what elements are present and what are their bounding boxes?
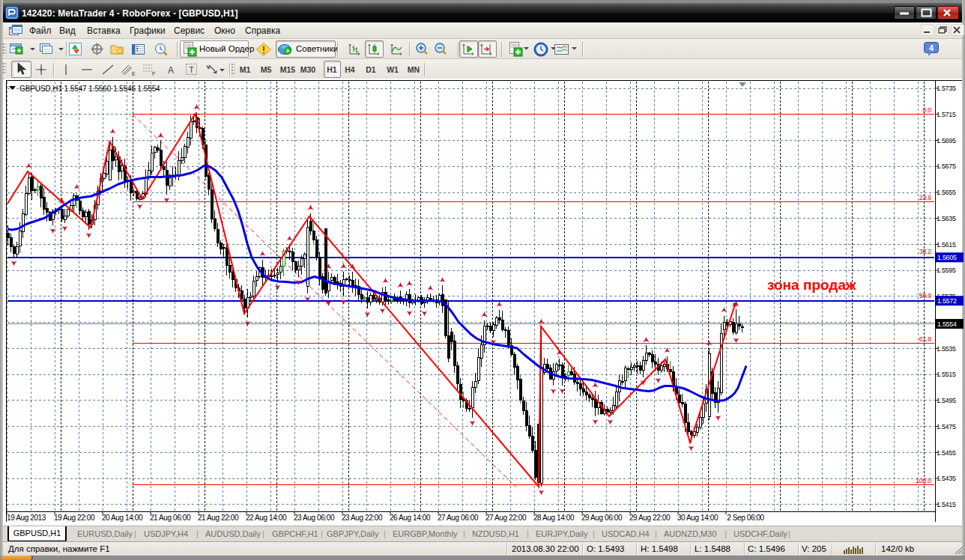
svg-text:26 Aug 14:00: 26 Aug 14:00 [390, 514, 431, 522]
svg-text:27 Aug 22:00: 27 Aug 22:00 [485, 514, 527, 522]
svg-text:0.0: 0.0 [922, 106, 931, 114]
svg-text:28 Aug 14:00: 28 Aug 14:00 [533, 514, 575, 522]
svg-text:1.5455: 1.5455 [937, 449, 956, 457]
svg-text:1.5695: 1.5695 [937, 137, 956, 144]
svg-text:23 Aug 22:00: 23 Aug 22:00 [342, 514, 383, 522]
svg-text:19 Aug 22:00: 19 Aug 22:00 [54, 514, 95, 522]
svg-text:1.5535: 1.5535 [937, 345, 956, 353]
svg-text:50.0: 50.0 [919, 292, 932, 299]
svg-text:20 Aug 14:00: 20 Aug 14:00 [102, 514, 143, 522]
svg-text:27 Aug 06:00: 27 Aug 06:00 [438, 514, 479, 522]
svg-text:1.5735: 1.5735 [937, 85, 956, 92]
svg-text:1.5635: 1.5635 [937, 215, 956, 222]
svg-text:1.5605: 1.5605 [937, 254, 957, 261]
svg-text:A: A [168, 65, 174, 76]
svg-text:GBPUSD,H1 1.5547 1.5560 1.554: GBPUSD,H1 1.5547 1.5560 1.5546 1.5554 [19, 85, 160, 93]
svg-text:29 Aug 06:00: 29 Aug 06:00 [581, 514, 623, 522]
svg-text:1.5435: 1.5435 [937, 475, 956, 482]
svg-text:21 Aug 22:00: 21 Aug 22:00 [198, 514, 239, 522]
svg-text:1.5515: 1.5515 [937, 371, 956, 378]
svg-text:1.5615: 1.5615 [937, 241, 956, 249]
svg-text:1.5415: 1.5415 [937, 501, 956, 508]
svg-text:21 Aug 06:00: 21 Aug 06:00 [150, 514, 191, 522]
svg-text:29 Aug 22:00: 29 Aug 22:00 [629, 514, 671, 522]
svg-text:19 Aug 2013: 19 Aug 2013 [7, 514, 46, 522]
svg-text:1.5655: 1.5655 [937, 189, 956, 196]
svg-text:1.5715: 1.5715 [937, 111, 956, 118]
svg-text:2 Sep 06:00: 2 Sep 06:00 [727, 514, 764, 522]
svg-text:61.8: 61.8 [919, 335, 932, 343]
svg-text:1.5495: 1.5495 [937, 397, 956, 404]
svg-text:1.5554: 1.5554 [937, 320, 957, 328]
svg-text:F: F [152, 71, 155, 76]
svg-text:22 Aug 14:00: 22 Aug 14:00 [246, 514, 287, 522]
svg-text:38.2: 38.2 [919, 248, 932, 255]
svg-text:23.6: 23.6 [919, 194, 932, 201]
svg-text:1.5572: 1.5572 [937, 297, 957, 305]
svg-text:4: 4 [929, 43, 934, 52]
svg-text:зона продаж: зона продаж [767, 277, 856, 293]
svg-text:23 Aug 06:00: 23 Aug 06:00 [294, 514, 335, 522]
svg-text:100.0: 100.0 [916, 477, 931, 484]
svg-text:E: E [132, 71, 136, 76]
svg-text:1.5595: 1.5595 [937, 267, 956, 274]
svg-text:30 Aug 14:00: 30 Aug 14:00 [677, 514, 719, 522]
svg-text:1.5475: 1.5475 [937, 423, 956, 430]
svg-text:T: T [189, 65, 194, 74]
svg-text:1.5675: 1.5675 [937, 162, 956, 170]
